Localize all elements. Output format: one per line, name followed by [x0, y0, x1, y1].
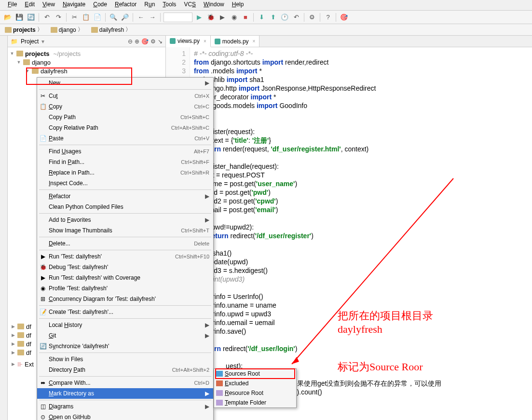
menu-item[interactable]: Delete...Delete — [37, 238, 213, 249]
collapse-icon[interactable]: ⊖ — [128, 38, 133, 45]
menu-item[interactable]: Git▶ — [37, 330, 213, 341]
menu-item[interactable]: Find in Path...Ctrl+Shift+F — [37, 157, 213, 167]
menu-item[interactable]: Find UsagesAlt+F7 — [37, 146, 213, 157]
menu-item[interactable]: ◫Diagrams▶ — [37, 401, 213, 412]
menu-item[interactable]: ⊞Concurrency Diagram for 'Test: dailyfre… — [37, 294, 213, 304]
forward-icon[interactable]: → — [148, 13, 157, 22]
main-toolbar: 📂 💾 🔄 ↶ ↷ ✂ 📋 📄 🔍 🔎 ← → ▶ 🐞 ▶ ◉ ■ ⬇ ⬆ 🕐 … — [0, 11, 532, 24]
tab-views[interactable]: views.py× — [166, 36, 211, 47]
folder-icon — [5, 27, 12, 33]
menu-view[interactable]: View — [39, 1, 59, 9]
target-icon[interactable]: 🎯 — [141, 38, 149, 45]
submenu-item[interactable]: Sources Root — [214, 369, 296, 379]
close-icon[interactable]: × — [253, 39, 256, 44]
menu-help[interactable]: Help — [228, 1, 248, 9]
undo-icon[interactable]: ↶ — [42, 13, 52, 22]
menu-bar: File Edit View Navigate Code Refactor Ru… — [0, 0, 532, 11]
vcs-commit-icon[interactable]: ⬆ — [268, 13, 278, 22]
breadcrumb: projects〉 django〉 dailyfresh〉 — [0, 24, 532, 36]
paste-icon[interactable]: 📄 — [93, 13, 102, 22]
tree-item[interactable]: ▶df — [9, 339, 37, 348]
menu-item[interactable]: Inspect Code... — [37, 178, 213, 189]
open-icon[interactable]: 📂 — [3, 13, 13, 22]
menu-item[interactable]: ⊙Open on GitHub — [37, 412, 213, 420]
back-icon[interactable]: ← — [136, 13, 146, 22]
menu-item[interactable]: ▶Run 'Test: dailyfresh'Ctrl+Shift+F10 — [37, 251, 213, 262]
menu-item[interactable]: Copy PathCtrl+Shift+C — [37, 112, 213, 122]
submenu-item[interactable]: Resource Root — [214, 388, 296, 398]
menu-item[interactable]: Local History▶ — [37, 320, 213, 330]
tree-item[interactable]: ▶df — [9, 331, 37, 339]
cut-icon[interactable]: ✂ — [69, 13, 79, 22]
find-icon[interactable]: 🔍 — [109, 13, 118, 22]
menu-item[interactable]: ▶Run 'Test: dailyfresh' with Coverage — [37, 272, 213, 283]
menu-item[interactable]: ✂CutCtrl+X — [37, 91, 213, 101]
save-icon[interactable]: 💾 — [14, 13, 24, 22]
structure-icon[interactable]: 🎯 — [339, 13, 349, 22]
scroll-icon[interactable]: ⊕ — [135, 38, 139, 45]
crumb-dailyfresh[interactable]: dailyfresh〉 — [89, 25, 135, 34]
coverage-icon[interactable]: ▶ — [218, 13, 227, 22]
menu-item[interactable]: 📋CopyCtrl+C — [37, 101, 213, 112]
menu-item[interactable]: New▶ — [37, 78, 213, 88]
settings-icon[interactable]: ⚙ — [307, 13, 317, 22]
debug-icon[interactable]: 🐞 — [206, 13, 216, 22]
tree-item[interactable]: ▶df — [9, 322, 37, 331]
redo-icon[interactable]: ↷ — [54, 13, 63, 22]
gear-icon[interactable]: ⚙ — [150, 38, 156, 45]
run-config-combo[interactable] — [164, 13, 192, 22]
tree-item[interactable]: ▶df — [9, 348, 37, 357]
menu-code[interactable]: Code — [89, 1, 111, 9]
menu-run[interactable]: Run — [140, 1, 159, 9]
menu-item[interactable]: 🐞Debug 'Test: dailyfresh' — [37, 262, 213, 272]
project-tree: ▼projects~/projects ▼django ▼dailyfresh — [8, 47, 165, 77]
menu-item[interactable]: Directory PathCtrl+Alt+Shift+2 — [37, 365, 213, 375]
tree-django[interactable]: ▼django — [8, 58, 165, 67]
menu-item[interactable]: ⬌Compare With...Ctrl+D — [37, 378, 213, 388]
replace-icon[interactable]: 🔎 — [120, 13, 130, 22]
folder-icon — [23, 59, 30, 65]
help-icon[interactable]: ? — [323, 13, 333, 22]
menu-item[interactable]: 🔄Synchronize 'dailyfresh' — [37, 341, 213, 352]
menu-edit[interactable]: Edit — [21, 1, 39, 9]
hide-icon[interactable]: ↘ — [158, 38, 163, 45]
menu-item[interactable]: ◉Profile 'Test: dailyfresh' — [37, 283, 213, 294]
tab-models[interactable]: models.py× — [211, 36, 260, 47]
run-icon[interactable]: ▶ — [194, 13, 204, 22]
menu-item[interactable]: Show Image ThumbnailsCtrl+Shift+T — [37, 225, 213, 236]
tree-dailyfresh[interactable]: ▼dailyfresh — [8, 67, 165, 75]
close-icon[interactable]: × — [204, 39, 206, 44]
crumb-projects[interactable]: projects〉 — [3, 25, 47, 34]
menu-item[interactable]: Clean Python Compiled Files — [37, 202, 213, 212]
menu-item[interactable]: Refactor▶ — [37, 191, 213, 202]
menu-item[interactable]: Show in Files — [37, 354, 213, 365]
menu-item[interactable]: Mark Directory as▶ — [37, 388, 213, 399]
menu-vcs[interactable]: VCS — [180, 1, 200, 9]
profile-icon[interactable]: ◉ — [229, 13, 239, 22]
submenu-item[interactable]: Template Folder — [214, 398, 296, 407]
menu-navigate[interactable]: Navigate — [59, 1, 89, 9]
vcs-update-icon[interactable]: ⬇ — [257, 13, 266, 22]
mark-directory-submenu: Sources RootExcludedResource RootTemplat… — [214, 368, 297, 408]
menu-tools[interactable]: Tools — [159, 1, 180, 9]
menu-item[interactable]: Add to Favorites▶ — [37, 215, 213, 225]
folder-icon — [16, 51, 23, 56]
tree-ext-libs[interactable]: ▶⊪Ext — [9, 360, 37, 368]
vcs-revert-icon[interactable]: ↶ — [291, 13, 301, 22]
code-editor[interactable]: 123 # -*- coding:utf-8 -*- from django.s… — [166, 47, 532, 420]
copy-icon[interactable]: 📋 — [81, 13, 91, 22]
menu-file[interactable]: File — [4, 1, 21, 9]
submenu-item[interactable]: Excluded — [214, 379, 296, 388]
stop-icon[interactable]: ■ — [241, 13, 250, 22]
tree-root[interactable]: ▼projects~/projects — [8, 49, 165, 58]
vcs-history-icon[interactable]: 🕐 — [280, 13, 289, 22]
menu-item[interactable]: Copy Relative PathCtrl+Alt+Shift+C — [37, 122, 213, 133]
menu-item[interactable]: 📄PasteCtrl+V — [37, 133, 213, 144]
crumb-django[interactable]: django〉 — [49, 25, 87, 34]
sync-icon[interactable]: 🔄 — [26, 13, 36, 22]
menu-window[interactable]: Window — [200, 1, 228, 9]
code-content[interactable]: # -*- coding:utf-8 -*- from django.short… — [190, 47, 532, 420]
menu-refactor[interactable]: Refactor — [111, 1, 140, 9]
menu-item[interactable]: Replace in Path...Ctrl+Shift+R — [37, 167, 213, 178]
menu-item[interactable]: 📝Create 'Test: dailyfresh'... — [37, 307, 213, 317]
